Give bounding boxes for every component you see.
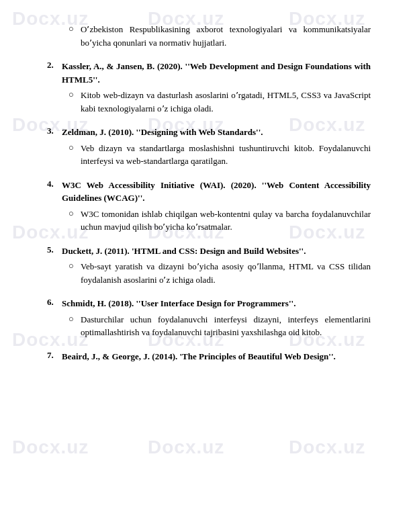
bullet-text: Veb dizayn va standartlarga moslashishni… [81,142,371,168]
bullet-list: ○ Veb-sayt yaratish va dizayni boʼyicha … [68,260,371,286]
bullet-text: Kitob web-dizayn va dasturlash asoslarin… [81,89,371,115]
ref-number: 3. [47,126,62,136]
bullet-list: ○ Dasturchilar uchun foydalanuvchi inter… [68,313,371,339]
bullet-text: W3C tomonidan ishlab chiqilgan web-konte… [81,208,371,234]
bullet-item: ○ Kitob web-dizayn va dasturlash asoslar… [68,89,371,115]
bullet-dot: ○ [68,260,81,271]
ref-number: 4. [47,179,62,189]
ref-number-line: 7. Beaird, J., & George, J. (2014). 'The… [47,350,371,363]
ref-title: Duckett, J. (2011). 'HTML and CSS: Desig… [62,245,306,258]
list-item: 6. Schmidt, H. (2018). ''User Interface … [47,297,371,339]
ref-number-line: 6. Schmidt, H. (2018). ''User Interface … [47,297,371,310]
ref-title: W3C Web Accessibility Initiative (WAI). … [62,179,371,205]
reference-list: ○ Oʼzbekiston Respublikasining axborot t… [47,23,371,363]
ref-number: 7. [47,350,62,361]
ref-number: 2. [47,60,62,71]
ref-number-line: 5. Duckett, J. (2011). 'HTML and CSS: De… [47,245,371,258]
bullet-list: ○ Oʼzbekiston Respublikasining axborot t… [68,23,371,49]
bullet-item: ○ W3C tomonidan ishlab chiqilgan web-kon… [68,208,371,234]
bullet-item: ○ Dasturchilar uchun foydalanuvchi inter… [68,313,371,339]
list-item: 2. Kassler, A., & Jansen, B. (2020). ''W… [47,60,371,115]
ref-title: Kassler, A., & Jansen, B. (2020). ''Web … [62,60,371,86]
ref-title: Schmidt, H. (2018). ''User Interface Des… [62,297,295,310]
ref-title: Beaird, J., & George, J. (2014). 'The Pr… [62,350,336,363]
bullet-dot: ○ [68,313,81,324]
bullet-list: ○ Veb dizayn va standartlarga moslashish… [68,142,371,168]
list-item: 4. W3C Web Accessibility Initiative (WAI… [47,179,371,234]
main-content: ○ Oʼzbekiston Respublikasining axborot t… [0,0,411,394]
bullet-text: Oʼzbekiston Respublikasining axborot tex… [81,23,371,49]
bullet-dot: ○ [68,89,81,100]
ref-title: Zeldman, J. (2010). ''Designing with Web… [62,126,263,139]
bullet-dot: ○ [68,23,81,34]
list-item: ○ Oʼzbekiston Respublikasining axborot t… [47,23,371,49]
ref-number: 6. [47,297,62,308]
bullet-list: ○ W3C tomonidan ishlab chiqilgan web-kon… [68,208,371,234]
list-item: 5. Duckett, J. (2011). 'HTML and CSS: De… [47,245,371,287]
bullet-list: ○ Kitob web-dizayn va dasturlash asoslar… [68,89,371,115]
ref-number-line: 3. Zeldman, J. (2010). ''Designing with … [47,126,371,139]
list-item: 3. Zeldman, J. (2010). ''Designing with … [47,126,371,168]
bullet-dot: ○ [68,142,81,153]
bullet-text: Veb-sayt yaratish va dizayni boʼyicha as… [81,260,371,286]
list-item: 7. Beaird, J., & George, J. (2014). 'The… [47,350,371,363]
bullet-dot: ○ [68,208,81,219]
bullet-item: ○ Veb dizayn va standartlarga moslashish… [68,142,371,168]
ref-number: 5. [47,245,62,255]
ref-number-line: 2. Kassler, A., & Jansen, B. (2020). ''W… [47,60,371,86]
ref-number-line: 4. W3C Web Accessibility Initiative (WAI… [47,179,371,205]
bullet-text: Dasturchilar uchun foydalanuvchi interfe… [81,313,371,339]
bullet-item: ○ Veb-sayt yaratish va dizayni boʼyicha … [68,260,371,286]
bullet-item: ○ Oʼzbekiston Respublikasining axborot t… [68,23,371,49]
